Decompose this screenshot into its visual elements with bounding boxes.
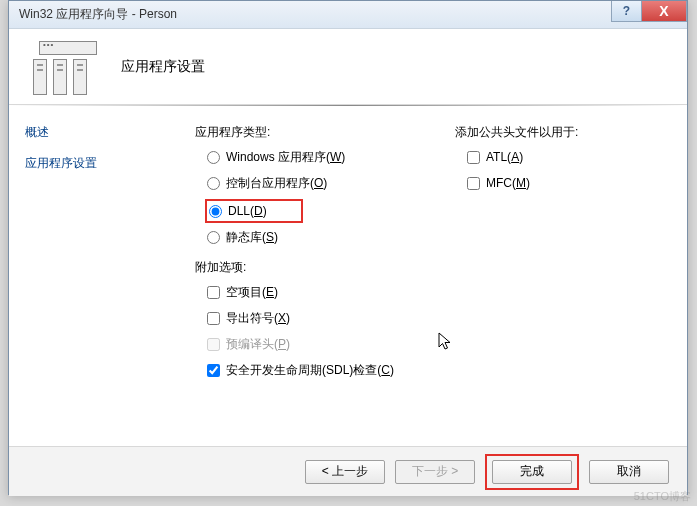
check-precompiled-header: 预编译头(P) bbox=[195, 334, 455, 354]
window-title: Win32 应用程序向导 - Person bbox=[19, 6, 177, 23]
radio-dll-input[interactable] bbox=[209, 205, 222, 218]
check-mfc-input[interactable] bbox=[467, 177, 480, 190]
check-label: 预编译头(P) bbox=[226, 336, 290, 353]
check-sdl[interactable]: 安全开发生命周期(SDL)检查(C) bbox=[195, 360, 455, 380]
addl-opts-label: 附加选项: bbox=[195, 259, 455, 276]
radio-static-lib[interactable]: 静态库(S) bbox=[195, 227, 455, 247]
prev-button[interactable]: < 上一步 bbox=[305, 460, 385, 484]
check-label: 导出符号(X) bbox=[226, 310, 290, 327]
sidebar: 概述 应用程序设置 bbox=[9, 106, 179, 446]
check-export-symbols[interactable]: 导出符号(X) bbox=[195, 308, 455, 328]
check-label: 安全开发生命周期(SDL)检查(C) bbox=[226, 362, 394, 379]
radio-windows-app[interactable]: Windows 应用程序(W) bbox=[195, 147, 455, 167]
content-area: 概述 应用程序设置 应用程序类型: Windows 应用程序(W) 控制台应用程… bbox=[9, 106, 687, 446]
left-column: 应用程序类型: Windows 应用程序(W) 控制台应用程序(O) DLL(D… bbox=[195, 124, 455, 386]
wizard-dialog: Win32 应用程序向导 - Person ? X 应用程序设置 概述 应用程序… bbox=[8, 0, 688, 495]
wizard-icon bbox=[25, 39, 105, 95]
close-button[interactable]: X bbox=[641, 1, 687, 22]
cancel-button[interactable]: 取消 bbox=[589, 460, 669, 484]
check-label: MFC(M) bbox=[486, 176, 530, 190]
window-buttons: ? X bbox=[611, 1, 687, 22]
check-empty-project-input[interactable] bbox=[207, 286, 220, 299]
check-mfc[interactable]: MFC(M) bbox=[455, 173, 671, 193]
right-column: 添加公共头文件以用于: ATL(A) MFC(M) bbox=[455, 124, 671, 386]
check-atl[interactable]: ATL(A) bbox=[455, 147, 671, 167]
radio-windows-app-input[interactable] bbox=[207, 151, 220, 164]
sidebar-item-overview[interactable]: 概述 bbox=[19, 124, 169, 141]
radio-label: 控制台应用程序(O) bbox=[226, 175, 327, 192]
main-panel: 应用程序类型: Windows 应用程序(W) 控制台应用程序(O) DLL(D… bbox=[179, 106, 687, 446]
check-export-symbols-input[interactable] bbox=[207, 312, 220, 325]
radio-label: 静态库(S) bbox=[226, 229, 278, 246]
app-type-label: 应用程序类型: bbox=[195, 124, 455, 141]
titlebar[interactable]: Win32 应用程序向导 - Person ? X bbox=[9, 1, 687, 29]
check-label: ATL(A) bbox=[486, 150, 523, 164]
help-button[interactable]: ? bbox=[611, 1, 641, 22]
highlight-dll: DLL(D) bbox=[205, 199, 303, 223]
headers-label: 添加公共头文件以用于: bbox=[455, 124, 671, 141]
check-sdl-input[interactable] bbox=[207, 364, 220, 377]
radio-dll[interactable]: DLL(D) bbox=[209, 202, 299, 220]
radio-static-lib-input[interactable] bbox=[207, 231, 220, 244]
check-atl-input[interactable] bbox=[467, 151, 480, 164]
sidebar-item-settings[interactable]: 应用程序设置 bbox=[19, 155, 169, 172]
finish-button[interactable]: 完成 bbox=[492, 460, 572, 484]
radio-label: DLL(D) bbox=[228, 204, 267, 218]
radio-console-app-input[interactable] bbox=[207, 177, 220, 190]
check-precompiled-header-input bbox=[207, 338, 220, 351]
highlight-finish: 完成 bbox=[485, 454, 579, 490]
check-label: 空项目(E) bbox=[226, 284, 278, 301]
footer: < 上一步 下一步 > 完成 取消 bbox=[9, 446, 687, 496]
check-empty-project[interactable]: 空项目(E) bbox=[195, 282, 455, 302]
radio-label: Windows 应用程序(W) bbox=[226, 149, 345, 166]
radio-console-app[interactable]: 控制台应用程序(O) bbox=[195, 173, 455, 193]
next-button: 下一步 > bbox=[395, 460, 475, 484]
page-title: 应用程序设置 bbox=[121, 58, 205, 76]
header-band: 应用程序设置 bbox=[9, 29, 687, 105]
